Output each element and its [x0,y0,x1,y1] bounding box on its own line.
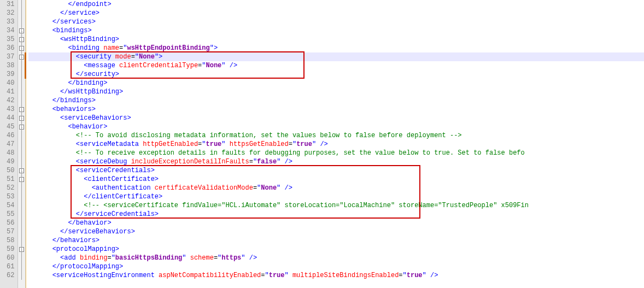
code-line[interactable]: </behavior> [28,219,644,227]
xml-value: wsHttpEndpointBinding [127,44,209,52]
xml-attr: aspNetCompatibilityEnabled [159,272,261,279]
line-number-gutter: 3132333435363738394041424344454647484950… [0,0,18,288]
xml-tag: message [87,62,115,69]
fold-cell[interactable]: - [18,35,25,44]
code-line[interactable]: </services> [28,17,644,26]
xml-value: true [296,140,312,148]
fold-cell [18,262,25,271]
xml-comment: <!-- To avoid disclosing metadata inform… [76,132,462,139]
fold-cell [18,79,25,87]
xml-tag: serviceMetadata [80,140,139,148]
fold-cell [18,271,25,280]
change-marker [25,70,26,79]
xml-value: true [269,272,285,279]
line-number: 57 [7,227,14,236]
line-number: 56 [7,219,14,227]
fold-cell[interactable]: - [18,44,25,52]
code-line[interactable]: <!-- To receive exception details in fau… [28,149,644,157]
code-line[interactable]: <bindings> [28,26,644,35]
code-line[interactable]: </endpoint> [28,0,644,9]
code-line[interactable]: <serviceDebug includeExceptionDetailInFa… [28,157,644,166]
fold-cell[interactable]: - [18,105,25,114]
code-line[interactable]: <serviceHostingEnvironment aspNetCompati… [28,271,644,280]
code-line[interactable]: <serviceCredentials> [28,166,644,175]
line-number: 44 [7,114,14,122]
line-number: 34 [7,26,14,35]
code-line[interactable]: </clientCertificate> [28,192,644,201]
xml-tag: serviceCredentials [84,210,155,218]
change-marker [25,61,26,70]
xml-attr: multipleSiteBindingsEnabled [292,272,399,279]
xml-value: None [206,62,222,69]
code-line[interactable]: </protocolMapping> [28,262,644,271]
xml-attr: name [103,44,119,52]
line-number: 61 [7,262,14,271]
fold-cell [18,184,25,192]
code-line[interactable]: <add binding="basicHttpsBinding" scheme=… [28,254,644,262]
line-number: 39 [7,70,14,79]
fold-cell [18,236,25,245]
code-line[interactable]: <serviceMetadata httpGetEnabled="true" h… [28,140,644,149]
fold-cell [18,87,25,96]
fold-cell[interactable]: - [18,175,25,184]
fold-cell[interactable]: - [18,26,25,35]
fold-cell[interactable]: - [18,114,25,122]
fold-cell[interactable]: - [18,245,25,254]
change-marker [25,52,26,61]
xml-tag: serviceBehaviors [68,228,131,236]
xml-tag: clientCertificate [92,193,159,201]
code-line[interactable]: <behavior> [28,122,644,131]
xml-value: basicHttpsBinding [115,254,182,262]
code-line[interactable]: <clientCertificate> [28,175,644,184]
xml-attr: mode [115,53,131,61]
code-area[interactable]: </endpoint> </service> </services> <bind… [26,0,644,288]
code-line[interactable]: <protocolMapping> [28,245,644,254]
fold-cell [18,254,25,262]
xml-attr: includeExceptionDetailInFaults [131,158,249,166]
fold-cell [18,140,25,149]
xml-attr: binding [80,254,107,262]
fold-cell [18,157,25,166]
code-line[interactable]: </security> [28,70,644,79]
xml-value: true [407,272,423,279]
xml-value: https [221,254,241,262]
line-number: 31 [7,0,14,9]
line-number: 37 [7,52,14,61]
line-number: 53 [7,192,14,201]
code-line[interactable]: <behaviors> [28,105,644,114]
line-number: 45 [7,122,14,131]
code-line[interactable]: </bindings> [28,96,644,105]
fold-cell [18,17,25,26]
xml-value: false [257,158,277,166]
line-number: 42 [7,96,14,105]
xml-tag: protocolMapping [60,263,119,271]
code-line[interactable]: <security mode="None"> [28,52,644,61]
code-line[interactable]: <message clientCredentialType="None" /> [28,61,644,70]
xml-comment: <!-- To receive exception details in fau… [76,149,525,157]
code-line[interactable]: </binding> [28,79,644,87]
code-line[interactable]: <!-- <serviceCertificate findValue="HCL.… [28,201,644,210]
fold-cell[interactable]: - [18,166,25,175]
code-line[interactable]: </serviceBehaviors> [28,227,644,236]
line-number: 59 [7,245,14,254]
xml-tag: behaviors [60,237,96,244]
fold-cell[interactable]: - [18,122,25,131]
code-line[interactable]: <wsHttpBinding> [28,35,644,44]
code-editor[interactable]: 3132333435363738394041424344454647484950… [0,0,644,288]
line-number: 54 [7,201,14,210]
fold-gutter[interactable]: ---------- [18,0,26,288]
line-number: 35 [7,35,14,44]
code-line[interactable]: <authentication certificateValidationMod… [28,184,644,192]
code-line[interactable]: </serviceCredentials> [28,210,644,219]
xml-attr: clientCredentialType [119,62,198,69]
line-number: 60 [7,254,14,262]
line-number: 47 [7,140,14,149]
xml-tag: serviceDebug [80,158,127,166]
fold-cell [18,227,25,236]
code-line[interactable]: <serviceBehaviors> [28,114,644,122]
code-line[interactable]: <!-- To avoid disclosing metadata inform… [28,131,644,140]
code-line[interactable]: </wsHttpBinding> [28,87,644,96]
code-line[interactable]: </behaviors> [28,236,644,245]
code-line[interactable]: <binding name="wsHttpEndpointBinding"> [28,44,644,52]
code-line[interactable]: </service> [28,9,644,17]
